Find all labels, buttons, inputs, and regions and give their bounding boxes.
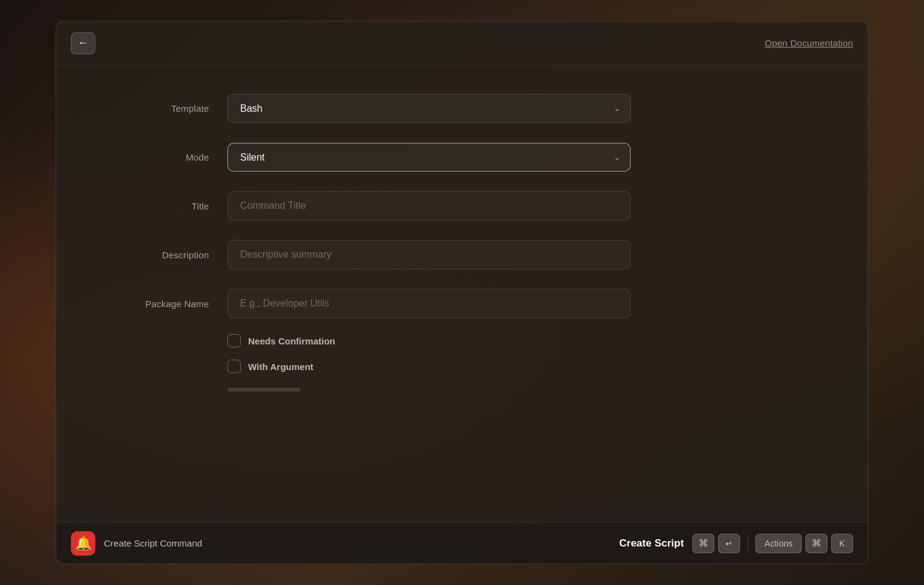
mode-label: Mode	[93, 152, 227, 162]
bottom-hint-bar	[227, 388, 301, 391]
bottom-hint	[56, 379, 868, 400]
open-docs-link[interactable]: Open Documentation	[765, 38, 853, 48]
back-icon: ←	[78, 37, 89, 49]
title-label: Title	[93, 201, 227, 211]
title-input[interactable]	[227, 191, 631, 220]
title-control	[227, 191, 631, 220]
package-name-input[interactable]	[227, 289, 631, 318]
package-name-label: Package Name	[93, 299, 227, 309]
mode-select-wrapper: Silent Normal Verbose ⌄	[227, 143, 631, 172]
create-script-label: Create Script	[619, 537, 684, 550]
form-content: Template Bash Python Ruby Node.js Shell …	[56, 65, 868, 522]
back-button[interactable]: ←	[71, 32, 95, 54]
bottom-right-section: Create Script ⌘ ↵ Actions ⌘ K	[619, 534, 853, 553]
template-select[interactable]: Bash Python Ruby Node.js Shell	[227, 94, 631, 123]
needs-confirmation-checkbox[interactable]	[227, 334, 241, 347]
actions-button[interactable]: Actions	[755, 534, 802, 553]
mode-control: Silent Normal Verbose ⌄	[227, 143, 631, 172]
app-icon-emoji: 🔔	[75, 536, 92, 551]
needs-confirmation-row: Needs Confirmation	[56, 328, 868, 354]
description-input[interactable]	[227, 240, 631, 269]
needs-confirmation-label: Needs Confirmation	[248, 336, 336, 346]
needs-confirmation-wrapper[interactable]: Needs Confirmation	[227, 334, 336, 347]
with-argument-label: With Argument	[248, 362, 314, 372]
description-row: Description	[56, 230, 868, 279]
return-key-badge: ↵	[718, 534, 740, 553]
with-argument-checkbox[interactable]	[227, 360, 241, 373]
package-name-control	[227, 289, 631, 318]
template-control: Bash Python Ruby Node.js Shell ⌄	[227, 94, 631, 123]
modal-window: ← Open Documentation Template Bash Pytho…	[56, 21, 868, 564]
actions-cmd-badge: ⌘	[805, 534, 827, 553]
description-label: Description	[93, 250, 227, 260]
description-control	[227, 240, 631, 269]
bottom-bar: 🔔 Create Script Command Create Script ⌘ …	[56, 522, 868, 564]
app-title: Create Script Command	[104, 538, 202, 548]
app-icon: 🔔	[71, 531, 95, 556]
mode-row: Mode Silent Normal Verbose ⌄	[56, 133, 868, 181]
template-label: Template	[93, 103, 227, 114]
template-row: Template Bash Python Ruby Node.js Shell …	[56, 84, 868, 133]
k-key-badge: K	[831, 534, 853, 553]
title-row: Title	[56, 181, 868, 230]
package-name-row: Package Name	[56, 279, 868, 328]
template-select-wrapper: Bash Python Ruby Node.js Shell ⌄	[227, 94, 631, 123]
cmd-key-badge: ⌘	[692, 534, 714, 553]
mode-select[interactable]: Silent Normal Verbose	[227, 143, 631, 172]
bottom-left-section: 🔔 Create Script Command	[71, 531, 202, 556]
top-bar: ← Open Documentation	[56, 21, 868, 65]
with-argument-wrapper[interactable]: With Argument	[227, 360, 314, 373]
with-argument-row: With Argument	[56, 354, 868, 379]
separator	[747, 537, 748, 550]
